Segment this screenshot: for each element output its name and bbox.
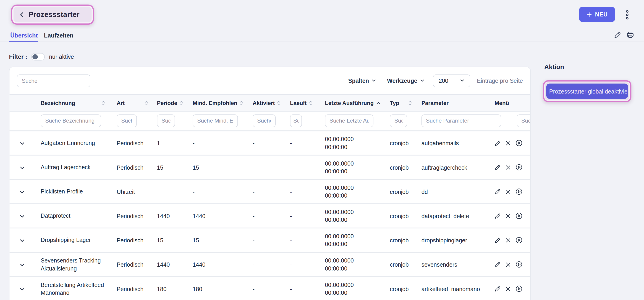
run-row-icon[interactable] <box>516 237 522 244</box>
cell-letzte-ausfuehrung: 00.00.0000 00:00:00 <box>325 257 390 272</box>
nur-aktive-toggle[interactable] <box>31 53 45 60</box>
filter-laeuft-input[interactable] <box>290 114 302 127</box>
expand-row-icon[interactable] <box>20 141 25 146</box>
filter-bar: Filter : nur aktive <box>9 53 74 60</box>
col-header-periode[interactable]: Periode <box>157 100 193 106</box>
col-header-menu: Menü <box>489 100 531 106</box>
werkzeuge-label: Werkzeuge <box>387 77 418 84</box>
expand-row-icon[interactable] <box>20 262 25 268</box>
run-row-icon[interactable] <box>516 164 522 171</box>
edit-row-icon[interactable] <box>494 188 501 195</box>
delete-row-icon[interactable] <box>505 262 511 267</box>
cell-letzte-ausfuehrung: 00.00.0000 00:00:00 <box>325 232 390 248</box>
filter-letzte-ausfuehrung-input[interactable] <box>325 114 373 127</box>
edit-row-icon[interactable] <box>494 213 501 219</box>
print-icon[interactable] <box>626 31 634 39</box>
spalten-dropdown[interactable]: Spalten <box>348 77 376 84</box>
delete-row-icon[interactable] <box>505 189 511 194</box>
delete-row-icon[interactable] <box>505 286 511 291</box>
cell-parameter: auftraglagercheck <box>422 164 489 171</box>
row-actions <box>489 285 531 292</box>
cell-mind-empfohlen: 180 <box>192 285 253 292</box>
cell-aktiviert: - <box>253 237 290 243</box>
cell-periode: 1440 <box>157 213 193 219</box>
filter-label: Filter : <box>9 54 28 60</box>
col-header-mind-empfohlen[interactable]: Mind. Empfohlen <box>192 100 253 106</box>
table-row: Picklisten Profile Uhrzeit - - - 00.00.0… <box>9 179 530 203</box>
expand-row-icon[interactable] <box>20 214 25 219</box>
edit-row-icon[interactable] <box>494 237 501 243</box>
col-header-typ[interactable]: Typ <box>390 100 422 106</box>
chevron-down-icon <box>460 78 465 83</box>
cell-art: Uhrzeit <box>116 188 157 195</box>
filter-mind-empfohlen-input[interactable] <box>192 114 238 127</box>
werkzeuge-dropdown[interactable]: Werkzeuge <box>387 77 425 84</box>
expand-row-icon[interactable] <box>20 189 25 195</box>
cell-aktiviert: - <box>253 285 290 292</box>
run-row-icon[interactable] <box>516 139 522 146</box>
global-deactivate-button[interactable]: Prozessstarter global deaktivier <box>546 83 628 99</box>
col-header-parameter[interactable]: Parameter <box>422 100 489 106</box>
cell-mind-empfohlen: - <box>192 188 253 195</box>
cell-laeuft: - <box>290 164 325 171</box>
search-input[interactable] <box>17 74 90 87</box>
cell-periode: 180 <box>157 285 193 292</box>
cell-laeuft: - <box>290 213 325 219</box>
cell-aktiviert: - <box>253 188 290 195</box>
edit-row-icon[interactable] <box>494 140 501 146</box>
kebab-menu-icon[interactable] <box>625 10 630 20</box>
header-divider <box>0 42 644 42</box>
page-size-value: 200 <box>438 77 448 84</box>
edit-icon[interactable] <box>614 31 621 39</box>
run-row-icon[interactable] <box>516 212 522 220</box>
edit-row-icon[interactable] <box>494 261 501 268</box>
cell-art: Periodisch <box>116 213 157 219</box>
back-button[interactable] <box>18 11 26 19</box>
delete-row-icon[interactable] <box>505 213 511 219</box>
cell-parameter: dataprotect_delete <box>422 213 489 219</box>
cell-mind-empfohlen: 15 <box>192 164 253 171</box>
filter-art-input[interactable] <box>116 114 137 127</box>
filter-periode-input[interactable] <box>157 114 175 127</box>
expand-row-icon[interactable] <box>20 238 25 243</box>
edit-row-icon[interactable] <box>494 285 501 292</box>
table-card: Spalten Werkzeuge 200 Einträge pro Seite <box>9 67 531 300</box>
cell-laeuft: - <box>290 237 325 243</box>
filter-typ-input[interactable] <box>390 114 407 127</box>
filter-bezeichnung-input[interactable] <box>40 114 101 127</box>
run-row-icon[interactable] <box>516 261 522 268</box>
table-row: Dataprotect Periodisch 1440 1440 - - 00.… <box>9 203 530 228</box>
edit-row-icon[interactable] <box>494 164 501 171</box>
expand-row-icon[interactable] <box>20 286 25 292</box>
cell-periode: 1 <box>157 140 193 146</box>
sort-icon <box>102 100 105 105</box>
delete-row-icon[interactable] <box>505 165 511 170</box>
delete-row-icon[interactable] <box>505 140 511 146</box>
delete-row-icon[interactable] <box>505 237 511 243</box>
action-button-highlight: Prozessstarter global deaktivier <box>543 80 632 102</box>
cell-mind-empfohlen: 1440 <box>192 213 253 219</box>
col-header-laeuft[interactable]: Laeuft <box>290 100 325 106</box>
page-size-select[interactable]: 200 <box>433 74 470 87</box>
col-header-bezeichnung[interactable]: Bezeichnung <box>40 100 116 106</box>
cell-mind-empfohlen: 1440 <box>192 261 253 268</box>
cell-parameter: artikelfeed_manomano <box>422 285 489 292</box>
filter-menu-input[interactable] <box>517 114 530 127</box>
filter-aktiviert-input[interactable] <box>253 114 276 127</box>
process-table: Bezeichnung Art Periode Mind. Empfohlen … <box>9 94 530 300</box>
page-header-highlight: Prozessstarter <box>11 5 94 25</box>
tab-laufzeiten[interactable]: Laufzeiten <box>44 32 74 39</box>
run-row-icon[interactable] <box>516 188 522 195</box>
table-row: Bereitstellung Artikelfeed Manomano Peri… <box>9 276 530 300</box>
col-header-letzte-ausfuehrung[interactable]: Letzte Ausführung <box>325 100 390 106</box>
tab-uebersicht[interactable]: Übersicht <box>10 32 38 39</box>
cell-laeuft: - <box>290 285 325 292</box>
neu-button[interactable]: NEU <box>579 7 615 22</box>
col-header-aktiviert[interactable]: Aktiviert <box>253 100 290 106</box>
table-filter-row <box>9 112 530 130</box>
expand-row-icon[interactable] <box>20 165 25 171</box>
col-header-art[interactable]: Art <box>116 100 157 106</box>
cell-periode: 1440 <box>157 261 193 268</box>
run-row-icon[interactable] <box>516 285 522 292</box>
cell-art: Periodisch <box>116 237 157 243</box>
